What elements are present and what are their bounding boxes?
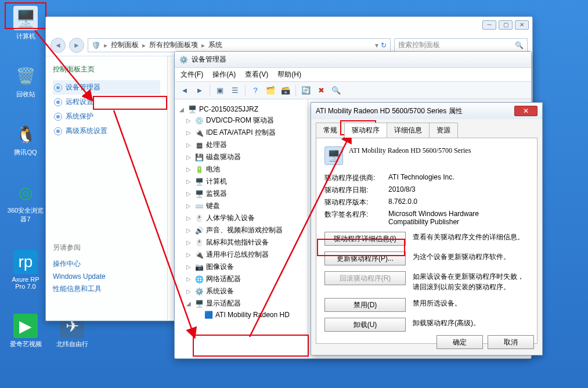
desktop-axure-icon[interactable]: rp Axure RP Pro 7.0 xyxy=(7,250,44,290)
tree-node[interactable]: ▷💿DVD/CD-ROM 驱动器 xyxy=(178,114,304,127)
tree-node[interactable]: ▷🔌IDE ATA/ATAPI 控制器 xyxy=(178,127,304,139)
tree-node[interactable]: ▷🖥️监视器 xyxy=(178,188,304,200)
tree-node[interactable]: ▷🔋电池 xyxy=(178,163,304,175)
tree-display-adapters[interactable]: ◢ 🖥️ 显示适配器 xyxy=(178,297,304,310)
tool-view1-icon[interactable]: 🗂️ xyxy=(264,84,277,97)
tab-driver[interactable]: 驱动程序 xyxy=(344,123,387,138)
tool-forward-icon[interactable]: ► xyxy=(193,84,206,97)
expand-icon[interactable]: ▷ xyxy=(186,215,192,221)
tree-node-label: 系统设备 xyxy=(206,286,234,296)
device-category-icon: 🔋 xyxy=(194,166,204,174)
tree-node[interactable]: ▷🔊声音、视频和游戏控制器 xyxy=(178,224,304,236)
tool-up-icon[interactable]: ▣ xyxy=(214,84,226,97)
tool-remove-icon[interactable]: ✖ xyxy=(315,84,327,97)
tree-node-label: 监视器 xyxy=(206,189,227,199)
link-device-manager[interactable]: 设备管理器 xyxy=(53,80,160,95)
crumb-all-items[interactable]: 所有控制面板项 xyxy=(149,40,198,50)
link-windows-update[interactable]: Windows Update xyxy=(53,271,160,282)
menu-action[interactable]: 操作(A) xyxy=(212,70,236,80)
tab-detail[interactable]: 详细信息 xyxy=(387,123,430,138)
device-category-icon: 🖥️ xyxy=(194,178,204,186)
link-remote[interactable]: 远程设置 xyxy=(53,95,160,109)
tree-node[interactable]: ▷🌐网络适配器 xyxy=(178,273,304,285)
tree-node-label: 计算机 xyxy=(206,177,227,186)
menu-file[interactable]: 文件(F) xyxy=(181,70,203,80)
menu-view[interactable]: 查看(V) xyxy=(245,70,268,80)
desktop-360-icon[interactable]: ◎ 360安全浏览器7 xyxy=(7,180,44,224)
tree-node[interactable]: ▷💾磁盘驱动器 xyxy=(178,151,304,163)
desktop-computer-icon[interactable]: 🖥️ 计算机 xyxy=(7,6,44,41)
desktop-recycle-icon[interactable]: 🗑️ 回收站 xyxy=(7,64,44,99)
tree-node[interactable]: ▷⚙️系统设备 xyxy=(178,285,304,297)
value-version: 8.762.0.0 xyxy=(388,197,417,207)
nav-forward-button[interactable]: ► xyxy=(69,38,84,53)
tab-resource[interactable]: 资源 xyxy=(429,123,458,138)
device-category-icon: ⌨️ xyxy=(194,202,204,210)
address-bar[interactable]: 🛡️ ▸ 控制面板 ▸ 所有控制面板项 ▸ 系统 ▾ ↻ xyxy=(88,38,391,52)
expand-icon[interactable]: ▷ xyxy=(186,276,192,282)
device-category-icon: 💿 xyxy=(194,117,204,125)
update-driver-button[interactable]: 更新驱动程序(P)... xyxy=(324,252,406,265)
tool-scan-icon[interactable]: 🔍 xyxy=(330,84,342,97)
desktop-iqiyi-icon[interactable]: ▶ 爱奇艺视频 xyxy=(7,314,44,349)
expand-icon[interactable]: ▷ xyxy=(186,178,192,185)
link-protect[interactable]: 系统保护 xyxy=(53,109,160,124)
search-input[interactable]: 搜索控制面板 🔍 xyxy=(394,38,528,52)
tree-gpu[interactable]: 🟦 ATI Mobility Radeon HD xyxy=(178,310,304,320)
uninstall-button[interactable]: 卸载(U) xyxy=(324,318,406,332)
expand-icon[interactable]: ◢ xyxy=(186,300,192,307)
bullet-icon xyxy=(54,127,62,135)
tree-node[interactable]: ▷🖱️鼠标和其他指针设备 xyxy=(178,236,304,249)
device-tree: ◢ 🖥️ PC-20150325JJRZ ▷💿DVD/CD-ROM 驱动器▷🔌I… xyxy=(175,99,308,358)
minimize-button[interactable]: ─ xyxy=(482,20,496,30)
device-category-icon: 🔌 xyxy=(194,129,204,137)
desktop-qq-icon[interactable]: 🐧 腾讯QQ xyxy=(7,122,44,157)
driver-details-button[interactable]: 驱动程序详细信息(I) xyxy=(324,232,406,246)
expand-icon[interactable]: ▷ xyxy=(186,203,192,209)
nav-back-button[interactable]: ◄ xyxy=(50,38,66,53)
tree-node[interactable]: ▷⌨️键盘 xyxy=(178,200,304,212)
link-advanced[interactable]: 高级系统设置 xyxy=(53,124,160,138)
crumb-system[interactable]: 系统 xyxy=(208,40,222,50)
tree-node[interactable]: ▷🔌通用串行总线控制器 xyxy=(178,249,304,261)
expand-icon[interactable]: ▷ xyxy=(186,191,192,197)
expand-icon[interactable]: ▷ xyxy=(186,142,192,148)
tool-view2-icon[interactable]: 🗃️ xyxy=(279,84,292,97)
expand-icon[interactable]: ▷ xyxy=(186,130,192,136)
expand-icon[interactable]: ▷ xyxy=(186,239,192,246)
expand-icon[interactable]: ▷ xyxy=(186,252,192,258)
expand-icon[interactable]: ▷ xyxy=(186,288,192,294)
tree-node[interactable]: ▷🖱️人体学输入设备 xyxy=(178,212,304,224)
tree-node[interactable]: ▷📷图像设备 xyxy=(178,261,304,273)
expand-icon[interactable]: ▷ xyxy=(186,227,192,233)
expand-icon[interactable]: ◢ xyxy=(179,106,185,113)
expand-icon[interactable]: ▷ xyxy=(186,117,192,124)
tool-prop-icon[interactable]: ☰ xyxy=(229,84,241,97)
crumb-control-panel[interactable]: 控制面板 xyxy=(111,40,139,50)
tool-help-icon[interactable]: ? xyxy=(249,84,262,97)
expand-icon[interactable]: ▷ xyxy=(186,154,192,160)
refresh-icon[interactable]: ↻ xyxy=(381,41,387,49)
expand-icon[interactable]: ▷ xyxy=(186,166,192,173)
menu-help[interactable]: 帮助(H) xyxy=(277,70,301,80)
chevron-down-icon[interactable]: ▾ xyxy=(375,41,378,49)
disable-button[interactable]: 禁用(D) xyxy=(324,298,406,312)
tree-node[interactable]: ▷▦处理器 xyxy=(178,139,304,151)
close-button[interactable]: ✕ xyxy=(515,20,529,30)
link-performance[interactable]: 性能信息和工具 xyxy=(53,282,160,296)
tool-refresh-icon[interactable]: 🔄 xyxy=(300,84,312,97)
tree-root[interactable]: ◢ 🖥️ PC-20150325JJRZ xyxy=(178,104,304,114)
tree-node[interactable]: ▷🖥️计算机 xyxy=(178,175,304,188)
expand-icon[interactable]: ▷ xyxy=(186,264,192,270)
maximize-button[interactable]: ▢ xyxy=(499,20,513,30)
link-action-center[interactable]: 操作中心 xyxy=(53,257,160,271)
prop-close-button[interactable]: ✕ xyxy=(514,106,538,116)
dm-title-text: 设备管理器 xyxy=(192,55,226,64)
tool-back-icon[interactable]: ◄ xyxy=(178,84,191,97)
tab-general[interactable]: 常规 xyxy=(316,123,345,138)
tree-node-label: 通用串行总线控制器 xyxy=(206,250,269,260)
cancel-button[interactable]: 取消 xyxy=(488,335,534,349)
device-category-icon: 🖱️ xyxy=(194,214,204,222)
search-placeholder: 搜索控制面板 xyxy=(398,40,440,50)
ok-button[interactable]: 确定 xyxy=(437,335,483,349)
